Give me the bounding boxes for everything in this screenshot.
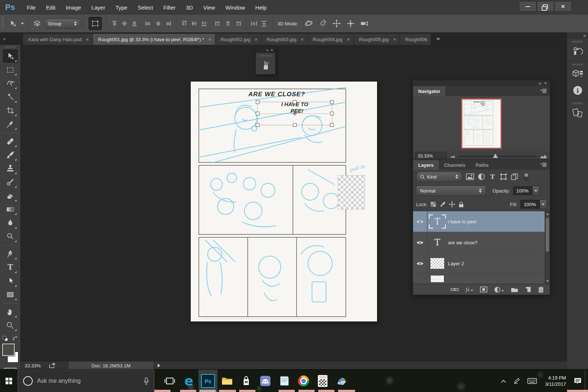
menu-3d[interactable]: 3D — [186, 4, 193, 11]
brush-tool[interactable] — [3, 148, 18, 162]
touch-keyboard-icon[interactable] — [527, 378, 537, 384]
3d-orbit-icon[interactable] — [304, 19, 313, 28]
tab-channels[interactable]: Channels — [439, 160, 471, 170]
type-tool[interactable]: T — [3, 261, 18, 274]
toolbar-collapse-icon[interactable]: » — [0, 32, 23, 45]
scrollbar-thumb[interactable] — [546, 218, 549, 252]
properties-panel-icon[interactable] — [567, 66, 588, 82]
tab-close-icon[interactable]: × — [301, 37, 304, 42]
status-options-icon[interactable] — [158, 364, 160, 367]
image-layer-thumbnail[interactable] — [430, 276, 444, 282]
filter-shape-layers-icon[interactable] — [500, 173, 507, 180]
filter-pixel-layers-icon[interactable] — [466, 173, 474, 180]
add-layer-mask-icon[interactable] — [480, 287, 487, 292]
panel-close-icon[interactable]: × — [271, 48, 273, 52]
hand-tool[interactable] — [3, 305, 18, 319]
panel-expand-icon[interactable]: » — [266, 48, 268, 52]
dock-collapse-icon[interactable]: « — [567, 32, 588, 39]
align-bottom-edges-icon[interactable] — [131, 21, 137, 26]
new-layer-icon[interactable] — [525, 287, 531, 292]
close-button[interactable]: × — [554, 1, 572, 12]
windows-store-icon[interactable] — [237, 370, 256, 392]
swap-colors-icon[interactable] — [12, 336, 18, 341]
layer-filter-kind-dropdown[interactable]: Kind — [416, 172, 462, 182]
transform-selection-box[interactable] — [257, 102, 332, 125]
path-selection-tool[interactable] — [3, 274, 18, 288]
document-tab[interactable]: Rough006 — [400, 34, 431, 45]
panel-menu-icon[interactable] — [540, 89, 547, 93]
transform-handle-se[interactable] — [330, 123, 334, 127]
distribute-vertical-spacing-icon[interactable] — [261, 21, 267, 26]
pen-tool[interactable] — [3, 247, 18, 260]
chrome-app-icon[interactable] — [294, 370, 313, 392]
text-layer-thumbnail[interactable]: T — [430, 237, 444, 248]
scroll-up-icon[interactable] — [546, 213, 549, 215]
spot-healing-brush-tool[interactable] — [3, 135, 18, 148]
document-tab[interactable]: Rough003.jpg × — [262, 34, 308, 45]
menu-window[interactable]: Window — [225, 4, 245, 11]
menu-image[interactable]: Image — [66, 4, 81, 11]
distribute-horizontal-centers-icon[interactable] — [225, 21, 231, 26]
minimize-button[interactable] — [519, 1, 537, 12]
navigator-preview[interactable] — [413, 96, 550, 151]
panel-menu-icon[interactable] — [540, 162, 547, 167]
layer-name[interactable]: i have to pee! — [448, 219, 477, 224]
auto-select-layers-icon[interactable] — [32, 19, 42, 28]
task-view-button[interactable] — [160, 370, 179, 392]
transform-handle-n[interactable] — [293, 100, 297, 104]
3d-pan-icon[interactable] — [332, 19, 341, 28]
microphone-icon[interactable] — [144, 377, 149, 385]
transparent-layer-thumbnail[interactable] — [430, 258, 444, 269]
rectangular-marquee-tool[interactable] — [3, 63, 18, 76]
blend-mode-dropdown[interactable]: Normal — [416, 186, 486, 196]
distribute-bottom-edges-icon[interactable] — [201, 21, 207, 26]
zoom-slider-thumb[interactable] — [493, 154, 498, 158]
default-colors-icon[interactable] — [3, 336, 8, 341]
action-center-icon[interactable] — [574, 378, 581, 384]
rectangle-tool[interactable] — [3, 288, 18, 301]
drag-grip-icon[interactable] — [572, 64, 583, 65]
align-right-edges-icon[interactable] — [165, 21, 171, 26]
distribute-left-edges-icon[interactable] — [215, 21, 221, 26]
taskbar-clock[interactable]: 4:19 PM 3/11/2017 — [545, 375, 566, 387]
menu-view[interactable]: View — [203, 4, 215, 11]
document-tab[interactable]: Rough004.jpg × — [308, 34, 354, 45]
distribute-horizontal-spacing-icon[interactable] — [251, 21, 257, 26]
share-icon[interactable] — [49, 363, 56, 368]
layer-row[interactable]: T are we close? — [413, 232, 550, 253]
photoshop-app-icon[interactable]: Ps — [198, 370, 218, 392]
transform-handle-s[interactable] — [293, 123, 297, 127]
tab-close-icon[interactable]: × — [347, 37, 350, 42]
new-group-icon[interactable] — [511, 287, 518, 292]
eyedropper-tool[interactable] — [3, 118, 18, 131]
navigator-zoom-slider[interactable] — [459, 156, 537, 157]
history-panel-icon[interactable] — [567, 43, 588, 60]
menu-filter[interactable]: Filter — [163, 4, 175, 11]
info-panel-icon[interactable]: i — [567, 82, 588, 98]
layer-style-button[interactable]: fx — [466, 287, 473, 293]
opacity-dropdown-icon[interactable] — [532, 186, 539, 195]
distribute-top-edges-icon[interactable] — [181, 21, 187, 26]
fill-field[interactable]: 100% — [520, 199, 547, 209]
show-desktop-button[interactable] — [585, 370, 588, 392]
tab-layers[interactable]: Layers — [413, 160, 439, 170]
brush-presets-icon[interactable] — [256, 58, 275, 71]
layer-name[interactable]: Layer 2 — [448, 261, 464, 266]
tab-close-icon[interactable]: × — [86, 37, 89, 42]
canvas-document[interactable]: pull in — [191, 82, 377, 321]
gradient-tool[interactable] — [3, 203, 18, 216]
transform-handle-sw[interactable] — [256, 123, 259, 127]
layer-visibility-toggle[interactable] — [413, 276, 427, 284]
transform-handle-ne[interactable] — [330, 100, 334, 104]
zoom-level-field[interactable]: 33.33% — [25, 363, 41, 368]
distribute-vertical-centers-icon[interactable] — [191, 21, 197, 26]
align-vertical-centers-icon[interactable] — [121, 21, 128, 26]
filter-type-layers-icon[interactable]: T — [489, 173, 496, 180]
distribute-right-edges-icon[interactable] — [235, 21, 241, 26]
transform-handle-w[interactable] — [256, 112, 259, 115]
layer-visibility-toggle[interactable] — [413, 253, 427, 274]
clone-stamp-tool[interactable] — [3, 162, 18, 175]
panel-collapse-icon[interactable]: « — [538, 80, 540, 86]
tab-close-icon[interactable]: × — [393, 37, 396, 42]
blur-tool[interactable] — [3, 216, 18, 230]
